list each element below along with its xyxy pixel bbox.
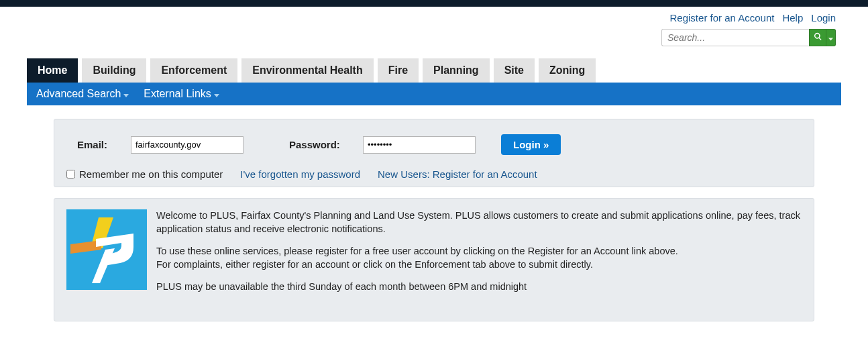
subnav-advanced-search[interactable]: Advanced Search — [36, 88, 129, 100]
welcome-p2: To use these online services, please reg… — [156, 245, 802, 271]
tab-environmental-health[interactable]: Environmental Health — [241, 58, 373, 83]
register-link[interactable]: Register for an Account — [670, 12, 775, 23]
subnav-external-label: External Links — [144, 88, 211, 100]
welcome-p3: PLUS may be unavailable the third Sunday… — [156, 280, 802, 294]
login-panel: Email: Password: Login » Remember me on … — [54, 119, 814, 187]
login-button[interactable]: Login » — [501, 134, 561, 155]
welcome-panel: Welcome to PLUS, Fairfax County's Planni… — [54, 198, 814, 321]
caret-down-icon — [828, 32, 833, 43]
help-link[interactable]: Help — [782, 12, 803, 23]
login-lower: Remember me on this computer I've forgot… — [66, 168, 802, 180]
search-input[interactable] — [661, 29, 809, 46]
plus-logo — [66, 209, 147, 290]
search-group — [661, 29, 836, 46]
password-label: Password: — [289, 139, 349, 150]
subnav-advanced-label: Advanced Search — [36, 88, 121, 100]
main-tabs: HomeBuildingEnforcementEnvironmental Hea… — [27, 58, 841, 83]
remember-checkbox[interactable] — [66, 170, 75, 178]
tab-site[interactable]: Site — [494, 58, 535, 83]
search-button[interactable] — [809, 29, 826, 46]
search-row — [0, 26, 868, 58]
tab-enforcement[interactable]: Enforcement — [150, 58, 237, 83]
login-row: Email: Password: Login » — [66, 134, 802, 155]
tab-fire[interactable]: Fire — [378, 58, 419, 83]
email-field[interactable] — [131, 136, 243, 154]
search-icon — [814, 32, 822, 43]
search-dropdown-button[interactable] — [826, 29, 836, 46]
welcome-text: Welcome to PLUS, Fairfax County's Planni… — [156, 209, 802, 294]
remember-label: Remember me on this computer — [79, 168, 223, 180]
password-field[interactable] — [363, 136, 476, 154]
nav-wrap: HomeBuildingEnforcementEnvironmental Hea… — [0, 58, 868, 321]
top-bar — [0, 0, 868, 7]
welcome-p1: Welcome to PLUS, Fairfax County's Planni… — [156, 209, 802, 236]
header-links: Register for an Account Help Login — [0, 7, 868, 26]
tab-planning[interactable]: Planning — [423, 58, 490, 83]
subnav-external-links[interactable]: External Links — [144, 88, 219, 100]
tab-home[interactable]: Home — [27, 58, 78, 83]
tab-building[interactable]: Building — [82, 58, 146, 83]
caret-down-icon — [214, 88, 219, 100]
email-label: Email: — [77, 139, 117, 150]
tab-zoning[interactable]: Zoning — [539, 58, 596, 83]
forgot-password-link[interactable]: I've forgotten my password — [240, 168, 360, 180]
new-users-link[interactable]: New Users: Register for an Account — [378, 168, 537, 180]
caret-down-icon — [123, 88, 129, 100]
login-link[interactable]: Login — [811, 12, 836, 23]
subnav: Advanced Search External Links — [27, 83, 841, 105]
remember-me[interactable]: Remember me on this computer — [66, 168, 223, 180]
